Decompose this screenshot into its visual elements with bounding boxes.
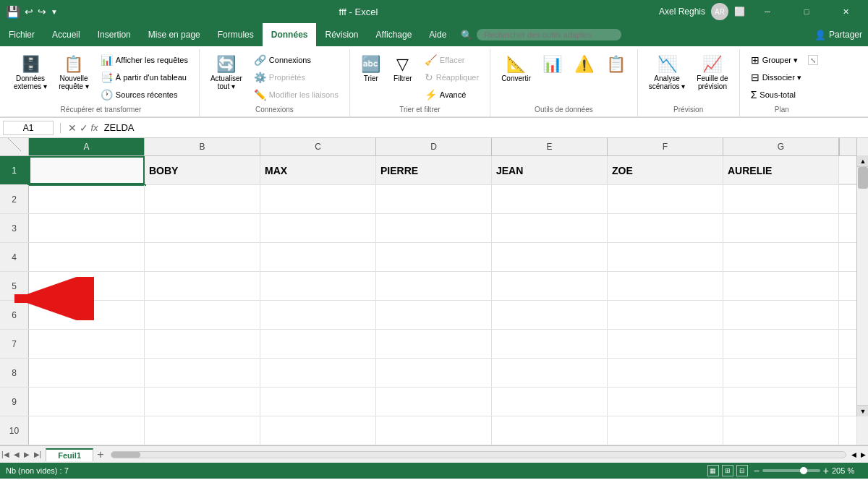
cell-a4[interactable] [29,243,145,271]
tab-aide[interactable]: Aide [420,23,455,46]
cell-a8[interactable] [29,359,145,387]
row-header-10[interactable]: 10 [0,416,29,445]
corner-cell[interactable] [0,138,29,155]
tab-mise-en-page[interactable]: Mise en page [140,23,209,46]
cell-b2[interactable] [145,185,260,213]
row-header-7[interactable]: 7 [0,330,29,358]
confirm-formula-icon[interactable]: ✓ [80,122,88,134]
cell-a1[interactable] [29,156,145,184]
search-input[interactable] [477,29,621,40]
tab-donnees[interactable]: Données [263,23,317,46]
minimize-button[interactable]: ─ [751,0,784,23]
cell-b1[interactable]: BOBY [145,156,260,184]
cell-c9[interactable] [260,388,376,416]
cell-f8[interactable] [608,359,723,387]
plan-expand-icon[interactable]: ⤡ [808,55,818,65]
cancel-formula-icon[interactable]: ✕ [68,122,77,134]
cell-b9[interactable] [145,388,260,416]
cell-c8[interactable] [260,359,376,387]
tab-formules[interactable]: Formules [209,23,263,46]
cell-f3[interactable] [608,214,723,242]
tab-revision[interactable]: Révision [316,23,367,46]
cell-d3[interactable] [376,214,492,242]
cell-e2[interactable] [492,185,608,213]
cell-d7[interactable] [376,330,492,358]
normal-view-icon[interactable]: ▦ [707,465,719,476]
scroll-right-icon[interactable]: ▶ [859,451,868,458]
row-header-9[interactable]: 9 [0,388,29,416]
cell-g5[interactable] [723,272,839,300]
cell-d1[interactable]: PIERRE [376,156,492,184]
cell-c3[interactable] [260,214,376,242]
cell-g4[interactable] [723,243,839,271]
cell-g8[interactable] [723,359,839,387]
cell-f6[interactable] [608,301,723,329]
zoom-plus-button[interactable]: + [823,465,829,476]
cell-e7[interactable] [492,330,608,358]
cell-a5[interactable] [29,272,145,300]
maximize-button[interactable]: □ [790,0,823,23]
cell-f2[interactable] [608,185,723,213]
cell-e3[interactable] [492,214,608,242]
cell-a7[interactable] [29,330,145,358]
cell-e6[interactable] [492,301,608,329]
filtrer-button[interactable]: ▽ Filtrer [388,52,418,85]
cell-a6[interactable] [29,301,145,329]
trier-button[interactable]: 🔤 Trier [356,52,386,85]
cell-reference-input[interactable] [3,121,54,135]
nouvelle-requete-button[interactable]: 📋 Nouvellerequête ▾ [54,52,94,93]
nav-first-icon[interactable]: |◀ [0,449,11,460]
col-header-c[interactable]: C [260,138,376,155]
cell-b4[interactable] [145,243,260,271]
cell-f5[interactable] [608,272,723,300]
cell-d10[interactable] [376,416,492,445]
row-header-2[interactable]: 2 [0,185,29,213]
close-button[interactable]: ✕ [829,0,862,23]
cell-d6[interactable] [376,301,492,329]
cell-g3[interactable] [723,214,839,242]
proprietes-button[interactable]: ⚙️ Propriétés [249,69,344,85]
modifier-liaisons-button[interactable]: ✏️ Modifier les liaisons [249,87,344,103]
cell-e4[interactable] [492,243,608,271]
zoom-minus-button[interactable]: − [754,465,760,476]
cell-e1[interactable]: JEAN [492,156,608,184]
add-sheet-button[interactable]: + [93,448,108,462]
sheet-tab-feuil1[interactable]: Feuil1 [46,448,93,461]
scroll-left-icon[interactable]: ◀ [849,451,859,458]
cell-b8[interactable] [145,359,260,387]
col-header-d[interactable]: D [376,138,492,155]
cell-d4[interactable] [376,243,492,271]
cell-c1[interactable]: MAX [260,156,376,184]
cell-d2[interactable] [376,185,492,213]
horizontal-scrollbar[interactable] [111,451,846,458]
cell-f1[interactable]: ZOE [608,156,723,184]
cell-f7[interactable] [608,330,723,358]
col-header-a[interactable]: A [29,138,145,155]
tab-insertion[interactable]: Insertion [89,23,140,46]
outils3-button[interactable]: ⚠️ [569,52,600,77]
cell-c4[interactable] [260,243,376,271]
cell-f4[interactable] [608,243,723,271]
cell-d5[interactable] [376,272,492,300]
function-icon[interactable]: fx [91,122,98,133]
a-partir-tableau-button[interactable]: 📑 À partir d'un tableau [95,69,193,85]
zoom-slider[interactable] [762,469,820,472]
formula-input[interactable] [101,122,865,133]
vertical-scrollbar[interactable]: ▲ ▼ [856,155,868,416]
col-header-b[interactable]: B [145,138,260,155]
cell-b5[interactable] [145,272,260,300]
cell-b6[interactable] [145,301,260,329]
analyse-button[interactable]: 📉 Analysescénarios ▾ [644,52,691,93]
actualiser-button[interactable]: 🔄 Actualisertout ▾ [205,52,247,93]
cell-a2[interactable] [29,185,145,213]
cell-d8[interactable] [376,359,492,387]
cell-a3[interactable] [29,214,145,242]
outils2-button[interactable]: 📊 [537,52,568,77]
cell-g10[interactable] [723,416,839,445]
row-header-5[interactable]: 5 [0,272,29,300]
nav-last-icon[interactable]: ▶| [33,449,43,460]
nav-next-icon[interactable]: ▶ [22,449,31,460]
tab-fichier[interactable]: Fichier [0,23,43,46]
cell-b10[interactable] [145,416,260,445]
grouper-button[interactable]: ⊞ Grouper ▾ [746,52,807,68]
